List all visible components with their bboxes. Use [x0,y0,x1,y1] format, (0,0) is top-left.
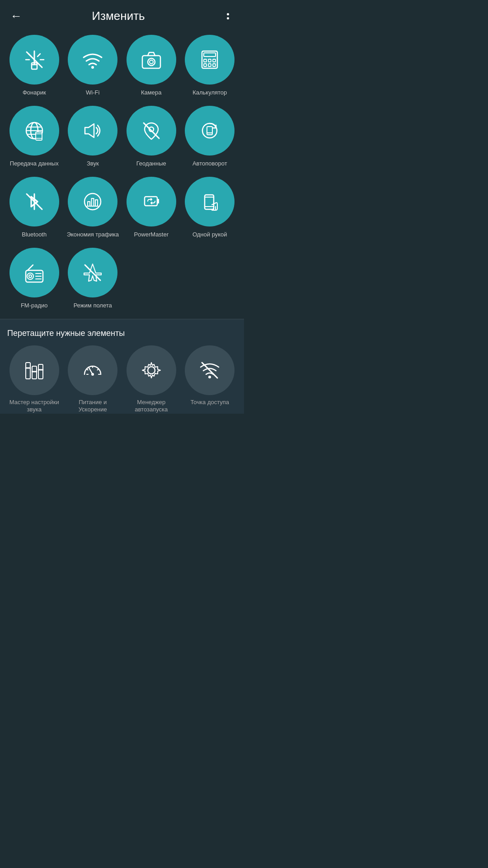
radio-icon [22,260,47,285]
camera-icon [139,47,164,72]
grid-item-traffic[interactable]: Экономия трафика [66,177,120,239]
svg-rect-12 [202,51,217,68]
location-off-icon [139,118,164,143]
drag-item-autostart[interactable]: Менеджер автозапуска [124,345,178,414]
wifi-icon-circle [68,35,117,85]
sound-master-icon-circle [9,345,59,395]
svg-rect-57 [32,366,37,379]
svg-point-36 [84,193,101,210]
grid-item-autorotate[interactable]: Автоповорот [183,106,237,168]
fmradio-icon-circle [9,248,59,297]
flashlight-label: Фонарик [23,89,46,97]
svg-point-50 [29,275,32,278]
flashlight-icon [22,47,47,72]
grid-item-bluetooth[interactable]: Bluetooth [7,177,61,239]
rotate-icon [197,118,222,143]
powermaster-label: PowerMaster [134,231,169,239]
svg-marker-28 [85,124,94,137]
svg-line-67 [98,369,99,370]
camera-label: Камера [141,89,161,97]
svg-rect-17 [204,64,206,66]
svg-rect-19 [213,64,216,66]
svg-rect-18 [208,64,211,66]
svg-point-10 [148,58,155,66]
svg-rect-58 [38,364,43,379]
svg-point-63 [91,373,94,376]
onehand-label: Одной рукой [192,231,227,239]
svg-rect-16 [213,59,216,62]
svg-rect-13 [204,53,216,57]
grid-item-calculator[interactable]: Калькулятор [183,35,237,97]
drag-item-sound-master[interactable]: Мастер настройки звука [7,345,61,414]
autostart-label: Менеджер автозапуска [124,399,178,414]
drag-grid: Мастер настройки звука Питание и Ускорен… [7,345,237,414]
svg-line-54 [28,265,33,270]
svg-line-4 [38,54,40,57]
svg-rect-9 [142,56,160,68]
calculator-icon [197,47,222,72]
wifi-label: Wi-Fi [86,89,99,97]
svg-line-66 [87,369,88,370]
grid-item-wifi[interactable]: Wi-Fi [66,35,120,97]
traffic-label: Экономия трафика [67,231,119,239]
drag-item-power-accel[interactable]: Питание и Ускорение [66,345,120,414]
sound-icon [80,118,105,143]
autorotate-label: Автоповорот [192,160,227,168]
grid-item-camera[interactable]: Камера [124,35,178,97]
autorotate-icon-circle [185,106,235,156]
flashlight-icon-circle [9,35,59,85]
svg-point-11 [150,60,153,64]
svg-rect-32 [207,127,212,135]
power-accel-label: Питание и Ускорение [66,399,120,414]
svg-point-70 [208,376,211,378]
sound-icon-circle [68,106,117,156]
svg-point-49 [27,273,33,279]
speedometer-icon [80,358,105,382]
svg-rect-56 [26,363,30,379]
traffic-icon-circle [68,177,117,226]
equalizer-icon [22,358,47,382]
drag-section-title: Перетащите нужные элементы [7,329,237,338]
hotspot-icon-circle [185,345,235,395]
page-title: Изменить [25,9,211,23]
sound-label: Звук [87,160,99,168]
grid-item-fmradio[interactable]: FM-радио [7,248,61,310]
svg-rect-25 [36,132,42,140]
airplane-icon [80,260,105,285]
data-transfer-icon-circle [9,106,59,156]
traffic-icon [80,189,105,214]
svg-rect-14 [204,59,206,62]
geodata-icon-circle [127,106,176,156]
onehand-icon [197,189,222,214]
main-grid: Фонарик Wi-Fi [7,35,237,310]
grid-item-sound[interactable]: Звук [66,106,120,168]
back-button[interactable]: ← [7,9,25,23]
calculator-icon-circle [185,35,235,85]
bluetooth-label: Bluetooth [22,231,47,239]
grid-item-data-transfer[interactable]: Передача данных [7,106,61,168]
svg-point-8 [91,66,94,69]
drag-item-hotspot[interactable]: Точка доступа [183,345,237,414]
more-menu-button[interactable] [222,13,233,19]
calculator-label: Калькулятор [192,89,227,97]
powermaster-icon-circle [127,177,176,226]
flightmode-icon-circle [68,248,117,297]
grid-item-onehand[interactable]: Одной рукой [183,177,237,239]
drag-section: Перетащите нужные элементы Мастер настро… [0,320,244,414]
svg-rect-39 [92,198,94,206]
svg-rect-15 [208,59,211,62]
svg-point-69 [148,367,155,374]
powermaster-icon [139,189,164,214]
hotspot-label: Точка доступа [190,399,229,406]
wifi-icon [80,47,105,72]
onehand-icon-circle [185,177,235,226]
grid-item-flightmode[interactable]: Режим полета [66,248,120,310]
data-transfer-label: Передача данных [10,160,59,168]
grid-item-geodata[interactable]: Геоданные [124,106,178,168]
more-dot-1 [227,13,229,15]
grid-item-powermaster[interactable]: PowerMaster [124,177,178,239]
geodata-label: Геоданные [136,160,166,168]
flightmode-label: Режим полета [74,302,112,310]
sound-master-label: Мастер настройки звука [7,399,61,414]
grid-item-flashlight[interactable]: Фонарик [7,35,61,97]
